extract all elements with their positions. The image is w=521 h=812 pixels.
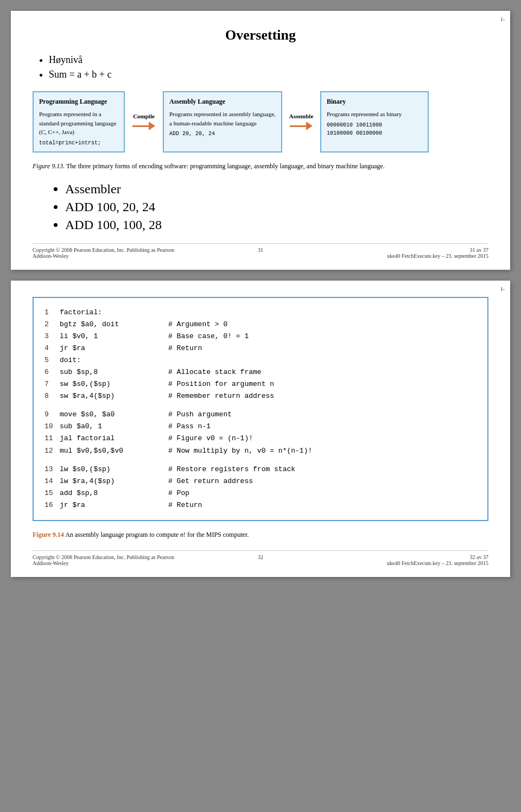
figure-caption-1: Figure 9.13. The three primary forms of … (33, 161, 488, 171)
line-instr-15: add $sp,8 (60, 487, 168, 499)
line-num-13: 13 (45, 464, 60, 475)
code-spacer-2 (45, 457, 476, 464)
arrow-line-2 (290, 125, 306, 127)
code-line-11: 11 jal factorial # Figure v0 = (n-1)! (45, 433, 476, 445)
page-badge-2: 1- (500, 286, 505, 292)
footer-copyright-2: Copyright © 2008 Pearson Education, Inc.… (33, 554, 185, 566)
line-instr-16: jr $ra (60, 499, 168, 511)
line-num-16: 16 (45, 499, 60, 511)
line-comment-2: # Argument > 0 (168, 319, 227, 331)
prog-lang-code: total=princ+intrst; (39, 139, 118, 147)
bullet-sum: Sum = a + b + c (49, 69, 488, 80)
line-comment-16: # Return (168, 499, 202, 511)
prog-lang-box: Programming Language Programs represente… (33, 91, 125, 153)
slide-title: Oversetting (33, 27, 488, 43)
arrow-assemble: Assemble (282, 91, 320, 153)
arrow-compile-label: Compile (133, 113, 155, 119)
bullet-add1: ADD 100, 20, 24 (65, 200, 488, 214)
arrow-compile: Compile (125, 91, 163, 153)
bullet-add2: ADD 100, 100, 28 (65, 218, 488, 232)
line-num-15: 15 (45, 487, 60, 499)
figure-caption-text-2: An assembly language program to compute … (65, 531, 249, 538)
line-comment-8: # Remember return address (168, 390, 274, 402)
asm-lang-box: Assembly Language Programs represented i… (163, 91, 282, 153)
line-comment-15: # Pop (168, 487, 189, 499)
code-line-10: 10 sub $a0, 1 # Pass n-1 (45, 421, 476, 433)
arrow-assemble-label: Assemble (289, 113, 314, 119)
line-num-7: 7 (45, 378, 60, 390)
line-instr-3: li $v0, 1 (60, 331, 168, 342)
footer-info-2: 32 av 37 uke40 FetchExecute.key – 23. se… (336, 554, 488, 566)
code-line-3: 3 li $v0, 1 # Base case, 0! = 1 (45, 331, 476, 342)
line-instr-11: jal factorial (60, 433, 168, 445)
prog-lang-title: Programming Language (39, 97, 118, 106)
arrow-line-1 (132, 125, 149, 127)
footer-copyright-1: Copyright © 2008 Pearson Education, Inc.… (33, 247, 185, 259)
code-line-2: 2 bgtz $a0, doit # Argument > 0 (45, 319, 476, 331)
binary-box: Binary Programs represented as binary 00… (320, 91, 429, 153)
assembler-section: Assembler ADD 100, 20, 24 ADD 100, 100, … (54, 182, 488, 232)
code-line-13: 13 lw $s0,($sp) # Restore registers from… (45, 464, 476, 475)
assembler-bullets: Assembler ADD 100, 20, 24 ADD 100, 100, … (65, 182, 488, 232)
footer-slide-info-1: 31 av 37 (336, 247, 488, 253)
bullet-assembler: Assembler (65, 182, 488, 196)
line-instr-10: sub $a0, 1 (60, 421, 168, 433)
line-num-11: 11 (45, 433, 60, 445)
arrow-head-1 (149, 122, 155, 130)
footer-slide-info-2: 32 av 37 (336, 554, 488, 560)
line-num-12: 12 (45, 445, 60, 457)
line-num-9: 9 (45, 409, 60, 421)
figure-label-2: Figure 9.14 An assembly language program… (33, 530, 488, 540)
line-num-3: 3 (45, 331, 60, 342)
footer-page-1: 31 (185, 247, 336, 253)
code-line-4: 4 jr $ra # Return (45, 342, 476, 354)
line-num-4: 4 (45, 342, 60, 354)
line-num-2: 2 (45, 319, 60, 331)
asm-lang-text: Programs represented in assembly languag… (169, 110, 276, 128)
figure-caption-text-1: The three primary forms of encoding soft… (66, 162, 385, 170)
line-comment-3: # Base case, 0! = 1 (168, 331, 249, 342)
asm-lang-title: Assembly Language (169, 97, 276, 106)
line-instr-7: sw $s0,($sp) (60, 378, 168, 390)
code-line-14: 14 lw $ra,4($sp) # Get return address (45, 475, 476, 487)
line-instr-13: lw $s0,($sp) (60, 464, 168, 475)
slide-footer-1: Copyright © 2008 Pearson Education, Inc.… (33, 243, 488, 259)
code-line-6: 6 sub $sp,8 # Allocate stack frame (45, 366, 476, 378)
slide-1: 1- Oversetting Høynivå Sum = a + b + c P… (11, 11, 510, 270)
line-comment-10: # Pass n-1 (168, 421, 211, 433)
code-line-1: 1 factorial: (45, 307, 476, 319)
binary-title: Binary (327, 97, 422, 106)
page-badge-1: 1- (500, 16, 505, 22)
code-line-15: 15 add $sp,8 # Pop (45, 487, 476, 499)
line-num-8: 8 (45, 390, 60, 402)
slide-footer-2: Copyright © 2008 Pearson Education, Inc.… (33, 550, 488, 566)
prog-lang-text: Programs represented in a standard progr… (39, 110, 118, 137)
line-comment-6: # Allocate stack frame (168, 366, 262, 378)
line-instr-14: lw $ra,4($sp) (60, 475, 168, 487)
diagram-row: Programming Language Programs represente… (33, 91, 488, 153)
line-comment-4: # Return (168, 342, 202, 354)
line-comment-12: # Now multiply by n, v0 = n*(n-1)! (168, 445, 312, 457)
code-line-5: 5 doit: (45, 354, 476, 366)
figure-label-orange-2: Figure 9.14 (33, 531, 64, 538)
code-line-9: 9 move $s0, $a0 # Push argument (45, 409, 476, 421)
arrow-assemble-shape (290, 122, 313, 130)
line-comment-9: # Push argument (168, 409, 232, 421)
code-line-8: 8 sw $ra,4($sp) # Remember return addres… (45, 390, 476, 402)
line-num-1: 1 (45, 307, 60, 319)
line-instr-1: factorial: (60, 307, 168, 319)
code-line-12: 12 mul $v0,$s0,$v0 # Now multiply by n, … (45, 445, 476, 457)
asm-lang-code: ADD 20, 20, 24 (169, 130, 276, 138)
line-instr-8: sw $ra,4($sp) (60, 390, 168, 402)
arrow-compile-shape (132, 122, 155, 130)
line-comment-7: # Position for argument n (168, 378, 274, 390)
code-box: 1 factorial: 2 bgtz $a0, doit # Argument… (33, 297, 488, 522)
arrow-head-2 (306, 122, 313, 130)
line-instr-9: move $s0, $a0 (60, 409, 168, 421)
footer-info-1: 31 av 37 uke40 FetchExecute.key – 23. se… (336, 247, 488, 259)
line-num-10: 10 (45, 421, 60, 433)
line-comment-13: # Restore registers from stack (168, 464, 295, 475)
footer-course-info-1: uke40 FetchExecute.key – 23. september 2… (336, 253, 488, 259)
line-instr-12: mul $v0,$s0,$v0 (60, 445, 168, 457)
line-instr-6: sub $sp,8 (60, 366, 168, 378)
